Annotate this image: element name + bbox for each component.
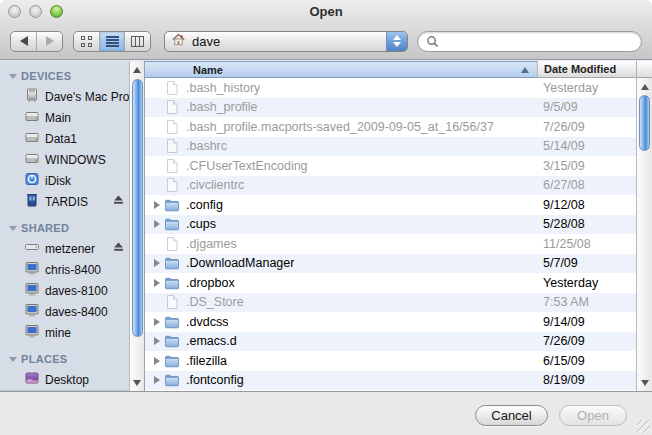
home-icon — [171, 32, 186, 51]
toolbar: dave — [0, 28, 652, 54]
sidebar-item-daves-8400[interactable]: daves-8400 — [0, 301, 129, 322]
scroll-down-arrow-icon[interactable] — [130, 376, 144, 389]
date-modified-cell: 9/12/08 — [537, 198, 652, 212]
sidebar-item-dave-s-mac-pro[interactable]: Dave's Mac Pro — [0, 86, 129, 107]
sidebar-scrollbar[interactable] — [129, 61, 144, 391]
date-modified-cell: 5/7/09 — [537, 256, 652, 270]
document-icon — [164, 119, 180, 135]
table-row[interactable]: .cups5/28/08 — [145, 215, 652, 235]
disclosure-triangle-icon[interactable] — [150, 318, 164, 326]
document-icon — [164, 80, 180, 96]
disclosure-triangle-icon[interactable] — [150, 337, 164, 345]
file-list-scrollbar[interactable] — [636, 78, 652, 391]
sidebar-item-label: metzener — [45, 242, 95, 256]
sidebar-item-label: TARDIS — [45, 195, 88, 209]
sidebar-item-metzener[interactable]: metzener — [0, 238, 129, 259]
sort-ascending-icon — [521, 67, 529, 73]
bottom-bar: Cancel Open — [0, 391, 652, 435]
disclosure-triangle-icon[interactable] — [150, 376, 164, 384]
table-row[interactable]: .bash_profile9/5/09 — [145, 98, 652, 118]
date-modified-cell: 9/5/09 — [537, 100, 652, 114]
file-name: .civclientrc — [186, 178, 244, 192]
table-row[interactable]: .civclientrc6/27/08 — [145, 176, 652, 196]
hard-disk-icon — [24, 108, 40, 127]
sidebar-item-main[interactable]: Main — [0, 107, 129, 128]
cancel-button[interactable]: Cancel — [475, 405, 548, 426]
table-row[interactable]: .emacs.d7/26/09 — [145, 332, 652, 352]
search-input[interactable] — [444, 34, 633, 48]
open-button[interactable]: Open — [559, 405, 627, 426]
file-name: .filezilla — [186, 354, 227, 368]
file-name: .bash_profile.macports-saved_2009-09-05_… — [186, 120, 494, 134]
file-name: .dropbox — [186, 276, 235, 290]
file-name: .cups — [186, 217, 216, 231]
scroll-down-arrow-icon[interactable] — [637, 376, 652, 389]
eject-icon[interactable] — [112, 194, 125, 209]
file-name-cell: .djgames — [145, 236, 537, 252]
title-bar[interactable]: Open — [0, 0, 652, 22]
column-header-date-modified[interactable]: Date Modified — [537, 61, 636, 78]
table-row[interactable]: .dvdcss9/14/09 — [145, 312, 652, 332]
date-modified-cell: 9/14/09 — [537, 315, 652, 329]
scroll-up-arrow-icon[interactable] — [130, 63, 144, 76]
table-row[interactable]: .djgames11/25/08 — [145, 234, 652, 254]
table-row[interactable]: .CFUserTextEncoding3/15/09 — [145, 156, 652, 176]
disclosure-triangle-icon[interactable] — [150, 279, 164, 287]
table-row[interactable]: .bash_profile.macports-saved_2009-09-05_… — [145, 117, 652, 137]
sidebar-section-header[interactable]: PLACES — [0, 349, 129, 369]
icon-view-button[interactable] — [74, 32, 99, 51]
list-view-button[interactable] — [99, 32, 125, 51]
disclosure-triangle-icon[interactable] — [150, 201, 164, 209]
sidebar-scrollbar-thumb[interactable] — [132, 79, 143, 337]
file-name-cell: .bash_profile — [145, 99, 537, 115]
sidebar-item-data1[interactable]: Data1 — [0, 128, 129, 149]
list-view-icon — [106, 36, 119, 47]
sidebar-item-chris-8400[interactable]: chris-8400 — [0, 259, 129, 280]
search-icon — [426, 35, 439, 48]
table-row[interactable]: .config9/12/08 — [145, 195, 652, 215]
table-row[interactable]: .DS_Store7:53 AM — [145, 293, 652, 313]
document-icon — [164, 138, 180, 154]
date-modified-cell: 5/28/08 — [537, 217, 652, 231]
table-row[interactable]: .DownloadManager5/7/09 — [145, 254, 652, 274]
sidebar-item-windows[interactable]: WINDOWS — [0, 149, 129, 170]
sidebar-item-label: Main — [45, 111, 71, 125]
shared-disk-icon — [24, 239, 40, 258]
location-popup-menu[interactable]: dave — [164, 31, 408, 52]
list-header: Name Date Modified — [145, 61, 652, 78]
file-list-scrollbar-thumb[interactable] — [639, 95, 650, 151]
section-label: SHARED — [21, 222, 69, 234]
forward-button[interactable] — [36, 32, 62, 51]
table-row[interactable]: .fontconfig8/19/09 — [145, 371, 652, 391]
disclosure-triangle-icon[interactable] — [150, 259, 164, 267]
column-header-name-label: Name — [193, 64, 223, 76]
back-button[interactable] — [11, 32, 36, 51]
sidebar-item-daves-8100[interactable]: daves-8100 — [0, 280, 129, 301]
sidebar-item-tardis[interactable]: TARDIS — [0, 191, 129, 212]
table-row[interactable]: .filezilla6/15/09 — [145, 351, 652, 371]
folder-icon — [164, 216, 180, 232]
column-view-button[interactable] — [124, 32, 150, 51]
scroll-up-arrow-icon[interactable] — [637, 80, 652, 93]
resize-grip[interactable] — [637, 420, 650, 433]
sidebar-section-header[interactable]: DEVICES — [0, 66, 129, 86]
date-modified-cell: 3/15/09 — [537, 159, 652, 173]
sidebar-item-idisk[interactable]: iDisk — [0, 170, 129, 191]
column-view-icon — [131, 36, 144, 47]
column-header-name[interactable]: Name — [145, 61, 537, 78]
sidebar-item-mine[interactable]: mine — [0, 322, 129, 343]
disclosure-triangle-icon[interactable] — [150, 357, 164, 365]
section-disclosure-icon — [9, 357, 17, 362]
disclosure-triangle-icon[interactable] — [150, 220, 164, 228]
document-icon — [164, 158, 180, 174]
table-row[interactable]: .dropboxYesterday — [145, 273, 652, 293]
eject-icon[interactable] — [112, 241, 125, 256]
computer-icon — [24, 281, 40, 300]
hard-disk-icon — [24, 150, 40, 169]
table-row[interactable]: .bash_historyYesterday — [145, 78, 652, 98]
date-modified-cell: 5/14/09 — [537, 139, 652, 153]
sidebar-section-header[interactable]: SHARED — [0, 218, 129, 238]
table-row[interactable]: .bashrc5/14/09 — [145, 137, 652, 157]
file-name: .bashrc — [186, 139, 227, 153]
sidebar-item-desktop[interactable]: Desktop — [0, 369, 129, 390]
